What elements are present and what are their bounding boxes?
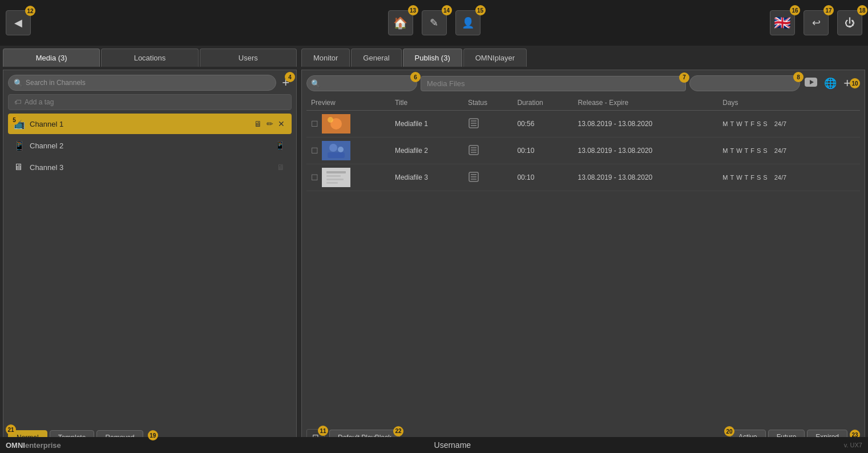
channel-search-row: 🔍 4 + bbox=[8, 75, 292, 91]
channel-1-edit-btn[interactable]: ✏ bbox=[265, 118, 274, 130]
extra-cell-3 bbox=[844, 164, 860, 191]
media-table: Preview Title Status Duration Release - … bbox=[306, 95, 860, 423]
thumb-2 bbox=[322, 141, 350, 160]
channel-1-screen-icon[interactable]: 🖥 bbox=[253, 118, 263, 130]
col-duration: Duration bbox=[512, 95, 573, 111]
status-icon-1 bbox=[468, 118, 479, 129]
thumb-3 bbox=[322, 168, 350, 187]
right-search-wrap: 🔍 bbox=[306, 75, 417, 91]
channel-2-screen-icon[interactable]: 📱 bbox=[274, 140, 286, 151]
home-icon: 🏠 bbox=[393, 16, 407, 30]
tab-monitor[interactable]: Monitor bbox=[301, 48, 350, 67]
top-bar-center: 13 🏠 14 ✎ 15 👤 bbox=[388, 10, 481, 35]
username-display: Username bbox=[434, 440, 471, 450]
svg-rect-21 bbox=[326, 182, 338, 184]
channel-1-close-btn[interactable]: ✕ bbox=[277, 118, 286, 130]
svg-point-4 bbox=[328, 117, 333, 123]
undo-icon: ↩ bbox=[812, 17, 821, 29]
tag-icon: 🏷 bbox=[14, 98, 21, 106]
preview-cell-1: ☐ bbox=[306, 111, 390, 137]
bottom-badge-19: 19 bbox=[148, 430, 158, 440]
youtube-icon-btn[interactable] bbox=[804, 76, 818, 91]
release-cell-1: 13.08.2019 - 13.08.2020 bbox=[573, 111, 718, 137]
user-icon: 👤 bbox=[462, 17, 474, 29]
media-files-badge: 7 bbox=[679, 72, 689, 83]
status-icon-3 bbox=[468, 171, 479, 183]
channel-3-screen-icon[interactable]: 🖥 bbox=[276, 161, 286, 173]
table-row: ☐ bbox=[306, 137, 860, 164]
add-channel-btn-wrapper: 4 + bbox=[280, 75, 292, 90]
badge-10-wrapper: 10 bbox=[850, 78, 860, 88]
channel-item-3[interactable]: 🖥 Channel 3 🖥 bbox=[8, 157, 292, 177]
title-cell-1: Mediafile 1 bbox=[390, 111, 463, 137]
row-2-check[interactable]: ☐ bbox=[311, 146, 318, 155]
channel-list: 5 📺 Channel 1 🖥 ✏ ✕ 📱 Channel 2 📱 bbox=[8, 114, 292, 424]
title-cell-2: Mediafile 2 bbox=[390, 137, 463, 164]
enterprise-text: enterprise bbox=[25, 441, 61, 450]
channel-item-2[interactable]: 📱 Channel 2 📱 bbox=[8, 135, 292, 156]
extra-cell-2 bbox=[844, 137, 860, 164]
duration-cell-2: 00:10 bbox=[512, 137, 573, 164]
power-icon: ⏻ bbox=[845, 17, 855, 29]
badge-20: 20 bbox=[724, 426, 734, 436]
preview-cell-3: ☐ bbox=[306, 164, 390, 191]
svg-rect-20 bbox=[326, 179, 344, 180]
status-cell-1 bbox=[463, 111, 512, 137]
svg-rect-19 bbox=[326, 175, 341, 177]
filter-input[interactable] bbox=[689, 75, 800, 91]
channel-2-actions: 📱 bbox=[274, 140, 286, 151]
edit-badge: 14 bbox=[442, 5, 452, 15]
tab-locations[interactable]: Locations bbox=[101, 48, 198, 67]
mediafile-table: Preview Title Status Duration Release - … bbox=[306, 95, 860, 191]
left-tab-bar: Media (3) Locations Users bbox=[3, 48, 297, 67]
channel-3-icon: 🖥 bbox=[14, 162, 25, 172]
row-1-check[interactable]: ☐ bbox=[311, 119, 318, 128]
left-content: 🔍 4 + 🏷 Add a tag 5 📺 bbox=[3, 70, 297, 450]
status-cell-2 bbox=[463, 137, 512, 164]
days-cell-3: MTWTFSS 24/7 bbox=[718, 164, 844, 191]
filter-input-badge: 8 bbox=[793, 72, 804, 82]
tab-general[interactable]: General bbox=[351, 48, 401, 67]
tag-input-row[interactable]: 🏷 Add a tag bbox=[8, 94, 292, 110]
title-cell-3: Mediafile 3 bbox=[390, 164, 463, 191]
duration-cell-3: 00:10 bbox=[512, 164, 573, 191]
col-status: Status bbox=[463, 95, 512, 111]
duration-cell-1: 00:56 bbox=[512, 111, 573, 137]
omni-logo: OMNI enterprise bbox=[6, 441, 61, 450]
globe-icon-btn[interactable]: 🌐 bbox=[823, 76, 838, 91]
right-panel: Monitor General Publish (3) OMNIplayer 6… bbox=[300, 46, 868, 453]
tab-publish[interactable]: Publish (3) bbox=[403, 48, 462, 67]
right-search-icon-wrapper: 6 🔍 bbox=[306, 75, 417, 91]
edit-icon: ✎ bbox=[430, 17, 438, 29]
left-panel: Media (3) Locations Users 🔍 4 + bbox=[0, 46, 300, 453]
top-bar-left: ◀ 12 bbox=[6, 10, 31, 35]
user-button-wrapper: 15 👤 bbox=[455, 10, 481, 35]
filter-input-wrapper: 8 bbox=[689, 75, 800, 91]
col-extra bbox=[844, 95, 860, 111]
tag-placeholder: Add a tag bbox=[25, 98, 54, 106]
media-files-wrapper: 7 Media Files bbox=[421, 76, 686, 91]
row-3-check[interactable]: ☐ bbox=[311, 173, 318, 182]
undo-button-wrapper: 17 ↩ bbox=[804, 10, 829, 35]
back-button-wrapper: ◀ 12 bbox=[6, 10, 31, 35]
tab-omniplayer[interactable]: OMNIplayer bbox=[463, 48, 527, 67]
channel-1-badge: 5 bbox=[9, 115, 19, 125]
channel-item-1[interactable]: 5 📺 Channel 1 🖥 ✏ ✕ bbox=[8, 114, 292, 134]
tab-users[interactable]: Users bbox=[200, 48, 297, 67]
add-channel-badge: 4 bbox=[285, 72, 295, 82]
tab-media[interactable]: Media (3) bbox=[3, 48, 100, 67]
right-search-input[interactable] bbox=[306, 75, 417, 91]
power-button-wrapper: 18 ⏻ bbox=[837, 10, 862, 35]
channel-2-icon: 📱 bbox=[14, 140, 25, 151]
back-icon: ◀ bbox=[14, 17, 22, 29]
preview-cell-2: ☐ bbox=[306, 137, 390, 164]
user-badge: 15 bbox=[475, 5, 486, 15]
badge-11: 11 bbox=[318, 426, 328, 436]
thumb-1 bbox=[322, 114, 350, 134]
media-files-label: Media Files bbox=[421, 76, 686, 91]
release-cell-3: 13.08.2019 - 13.08.2020 bbox=[573, 164, 718, 191]
svg-point-11 bbox=[338, 147, 344, 152]
channel-search-input[interactable] bbox=[8, 75, 276, 91]
top-bar: ◀ 12 13 🏠 14 ✎ 15 👤 16 🇬� bbox=[0, 0, 868, 46]
top-bar-right: 16 🇬🇧 17 ↩ 18 ⏻ bbox=[770, 10, 862, 35]
